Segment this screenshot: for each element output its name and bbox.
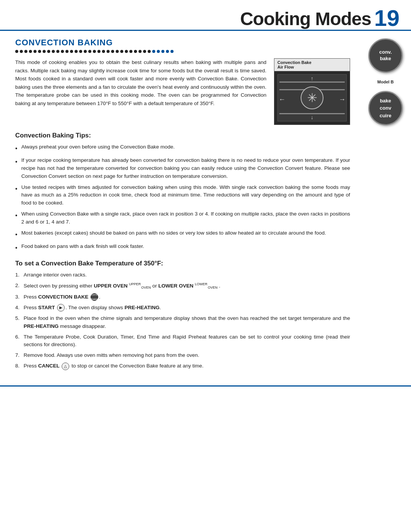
list-item: 7. Remove food. Always use oven mitts wh… [15, 351, 350, 359]
list-item: 3. Press CONVECTION BAKE convbake. [15, 293, 350, 301]
convection-bake-icon: convbake [91, 293, 98, 301]
conv-label-line2: bake [380, 56, 391, 62]
tips-heading: Convection Baking Tips: [15, 132, 350, 139]
list-item: 1. Arrange interior oven racks. [15, 271, 350, 279]
dot-blue [166, 50, 169, 53]
bullet-icon: • [15, 243, 21, 253]
page-number: 19 [374, 7, 400, 30]
section-title-area: CONVECTION BAKING [15, 38, 350, 53]
bake-label-line1: bake [380, 97, 391, 105]
main-layout: CONVECTION BAKING [0, 31, 411, 385]
dot [33, 50, 37, 53]
dot [134, 50, 137, 53]
diagram-label: Convection Bake Air Flow [274, 59, 350, 71]
list-item: • If your recipe cooking temperature has… [15, 157, 350, 181]
dot [29, 50, 32, 53]
airflow-arrow-left: ← [279, 96, 285, 104]
content-area: CONVECTION BAKING [0, 31, 362, 385]
intro-paragraph: This mode of cooking enables you to obta… [15, 58, 266, 108]
list-item: 5. Place food in the oven when the chime… [15, 315, 350, 331]
cancel-icon: △ [62, 363, 69, 370]
list-item: • Always preheat your oven before using … [15, 143, 350, 153]
bottom-rule [0, 385, 411, 387]
dot [24, 50, 27, 53]
dot [20, 50, 23, 53]
dot [148, 50, 151, 53]
dot [111, 50, 114, 53]
dot [139, 50, 142, 53]
sidebar: conv. bake Model B bake conv cuire [362, 31, 411, 385]
conv-bake-button: conv. bake [368, 38, 403, 73]
dot [47, 50, 50, 53]
diagram-area: Convection Bake Air Flow ✳ [274, 58, 350, 125]
bake-conv-button: bake conv cuire [368, 91, 403, 125]
dot [88, 50, 91, 53]
dot [56, 50, 59, 53]
dot [70, 50, 73, 53]
dot [84, 50, 87, 53]
page-title: Cooking Modes [240, 10, 371, 30]
fan-circle: ✳ [301, 86, 323, 109]
bullet-icon: • [15, 157, 21, 167]
bullet-icon: • [15, 184, 21, 194]
bullet-icon: • [15, 211, 21, 220]
dot [143, 50, 146, 53]
dot [61, 50, 64, 53]
conv-label-line1: conv. [379, 49, 392, 56]
tips-list: • Always preheat your oven before using … [15, 143, 350, 253]
dot [43, 50, 46, 53]
dot-blue [157, 50, 160, 53]
dot-blue [152, 50, 155, 53]
dot [97, 50, 100, 53]
section-heading: CONVECTION BAKING [15, 38, 350, 48]
rack-shelf [279, 81, 345, 83]
list-item: • When using Convection Bake with a sing… [15, 210, 350, 226]
airflow-arrow-right: → [339, 96, 346, 104]
bake-label-line3: cuire [379, 112, 391, 120]
list-item: • Most bakeries (except cakes) should be… [15, 229, 350, 240]
dot [129, 50, 132, 53]
set-temp-heading: To set a Convection Bake Temperature of … [15, 260, 350, 267]
page-header: Cooking Modes 19 [0, 0, 411, 31]
dot [116, 50, 119, 53]
dot [79, 50, 82, 53]
dot [120, 50, 123, 53]
dot-separator [15, 50, 350, 53]
bullet-icon: • [15, 144, 21, 153]
dot [107, 50, 110, 53]
dot [102, 50, 105, 53]
dot-blue [170, 50, 174, 53]
list-item: • Use tested recipes with times adjusted… [15, 184, 350, 208]
dot [93, 50, 96, 53]
oven-illustration: ✳ ← → ↑ ↓ [274, 71, 350, 125]
dot-blue [161, 50, 164, 53]
dot [65, 50, 68, 53]
dot [38, 50, 41, 53]
list-item: 8. Press CANCEL △ to stop or cancel the … [15, 362, 350, 370]
oven-interior: ✳ ← → ↑ ↓ [277, 74, 347, 121]
start-icon: ▶ [57, 304, 65, 312]
oven-diagram: Convection Bake Air Flow ✳ [274, 58, 350, 125]
list-item: 4. Press START ▶. The oven display shows… [15, 304, 350, 312]
bake-label-line2: conv [380, 104, 391, 112]
steps-list: 1. Arrange interior oven racks. 2. Selec… [15, 271, 350, 370]
airflow-arrow-top: ↑ [311, 75, 314, 81]
list-item: 6. The Temperature Probe, Cook Duration,… [15, 333, 350, 349]
dot [52, 50, 55, 53]
dot [75, 50, 78, 53]
airflow-arrow-bottom: ↓ [311, 114, 314, 120]
dot [125, 50, 128, 53]
model-b-label: Model B [378, 80, 394, 84]
dot [15, 50, 18, 53]
list-item: • Food baked on pans with a dark finish … [15, 243, 350, 253]
list-item: 2. Select oven by pressing either UPPER … [15, 282, 350, 291]
fan-icon: ✳ [307, 91, 317, 105]
bullet-icon: • [15, 230, 21, 240]
